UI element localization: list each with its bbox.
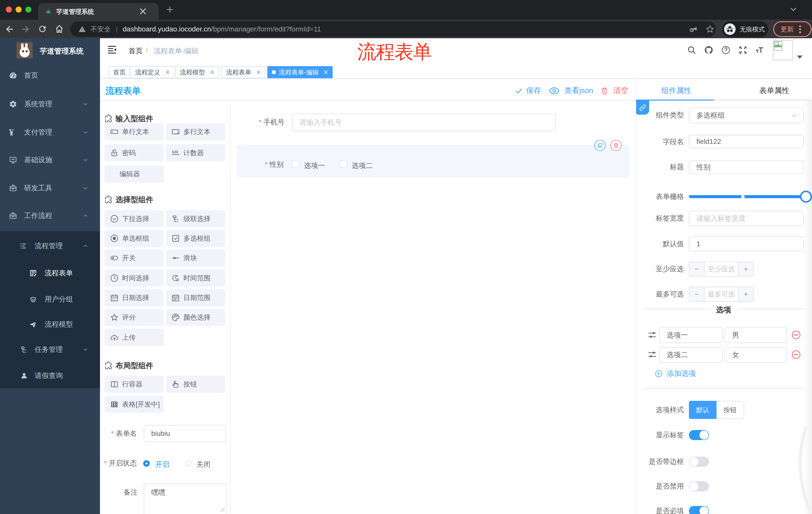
svg-text:123: 123 bbox=[172, 150, 178, 154]
